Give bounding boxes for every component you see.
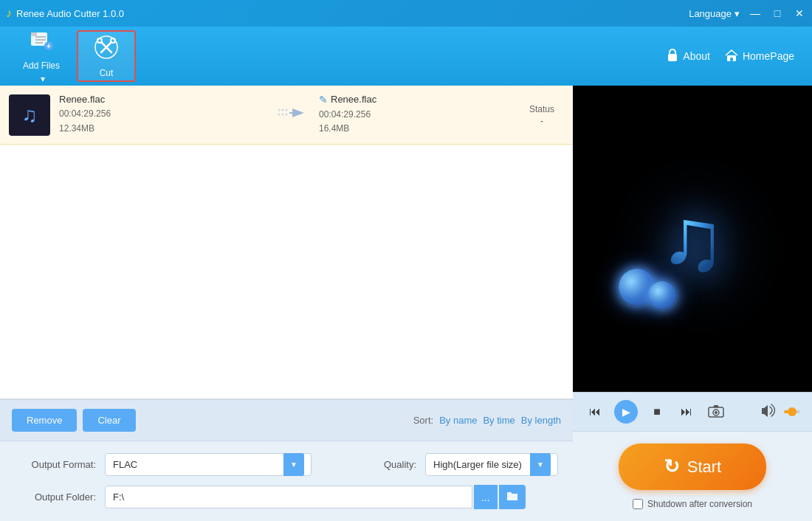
sort-section: Sort: By name By time By length [413,415,561,426]
titlebar: ♪ Renee Audio Cutter 1.0.0 Language ▾ — … [0,0,812,27]
music-glow-note-icon: ♫ [659,195,726,283]
svg-rect-12 [668,54,677,61]
format-row: Output Format: FLAC MP3 WAV AAC OGG Qual… [15,453,558,476]
folder-input[interactable] [105,486,472,508]
file-thumbnail: ♫ [9,94,50,136]
minimize-button[interactable]: — [749,7,762,20]
svg-point-18 [278,113,281,115]
format-select[interactable]: FLAC MP3 WAV AAC OGG [105,453,312,476]
svg-point-20 [286,113,288,115]
toolbar: + Add Files ▾ Cut [0,27,812,86]
output-duration: 00:04:29.256 [319,108,520,122]
stop-button[interactable]: ■ [647,401,667,422]
shutdown-label: Shutdown after conversion [647,499,752,509]
svg-point-17 [286,108,288,111]
output-filename: ✎ Renee.flac [319,94,520,106]
clear-button[interactable]: Clear [83,409,135,432]
arrow-icon [275,104,304,126]
source-filename: Renee.flac [59,94,260,105]
add-files-label: Add Files [23,61,60,71]
format-label: Output Format: [15,459,96,470]
folder-input-wrapper: ... [105,485,558,509]
svg-rect-14 [730,58,733,61]
home-icon [725,49,738,64]
volume-thumb[interactable] [788,407,796,416]
sort-by-name[interactable]: By name [439,415,477,426]
table-row: ♫ Renee.flac 00:04:29.256 12.34MB [0,86,573,145]
remove-button[interactable]: Remove [12,409,77,432]
language-label: Language [689,8,732,19]
edit-icon: ✎ [319,94,328,106]
add-files-button[interactable]: + Add Files ▾ [12,30,71,82]
rewind-button[interactable]: ⏮ [585,401,605,422]
rewind-icon: ⏮ [589,405,601,418]
forward-icon: ⏭ [681,405,692,418]
camera-icon [708,404,724,420]
format-select-wrapper: FLAC MP3 WAV AAC OGG [105,453,312,476]
svg-point-10 [97,38,102,43]
folder-browse-button[interactable]: ... [474,485,498,509]
about-link[interactable]: About [667,49,710,64]
start-label: Start [687,458,721,477]
cut-button[interactable]: Cut [77,30,136,82]
shutdown-row: Shutdown after conversion [633,499,752,509]
svg-point-19 [282,113,284,115]
settings-panel: Output Format: FLAC MP3 WAV AAC OGG Qual… [0,441,573,521]
folder-label: Output Folder: [15,491,96,503]
sort-by-length[interactable]: By length [521,415,561,426]
music-visual: ♫ [611,165,774,313]
language-dropdown-icon: ▾ [734,8,740,19]
add-files-icon: + [30,29,53,58]
app-logo-icon: ♪ [6,7,12,20]
forward-button[interactable]: ⏭ [676,401,697,422]
source-size: 12.34MB [59,122,260,136]
language-selector[interactable]: Language ▾ [689,8,740,19]
add-files-dropdown-icon: ▾ [41,74,45,84]
left-panel: ♫ Renee.flac 00:04:29.256 12.34MB [0,86,573,521]
folder-open-button[interactable] [499,485,526,509]
quality-label: Quality: [335,459,416,470]
status-label: Status [520,104,564,114]
refresh-icon: ↻ [664,455,680,478]
folder-icon [506,491,518,503]
music-note-icon: ♫ [22,103,38,127]
folder-row: Output Folder: ... [15,485,558,509]
shutdown-checkbox[interactable] [633,499,643,509]
app-title: Renee Audio Cutter 1.0.0 [16,8,689,19]
play-button[interactable]: ▶ [614,400,638,424]
cut-icon [94,35,119,65]
output-size: 16.4MB [319,122,520,136]
close-button[interactable]: ✕ [793,7,806,20]
volume-icon [760,404,775,420]
svg-point-15 [278,108,281,111]
quality-select-wrapper: High(Larger file size) Medium Low [425,453,558,476]
sort-label: Sort: [413,415,433,426]
player-controls: ⏮ ▶ ■ ⏭ [573,392,812,431]
bottom-bar: Remove Clear Sort: By name By time By le… [0,399,573,441]
source-duration: 00:04:29.256 [59,107,260,121]
stop-icon: ■ [653,405,661,418]
screenshot-button[interactable] [706,401,726,422]
lock-icon [667,49,678,64]
output-file-info: ✎ Renee.flac 00:04:29.256 16.4MB [319,94,520,136]
svg-rect-1 [31,32,37,36]
svg-point-11 [111,38,115,43]
source-file-info: Renee.flac 00:04:29.256 12.34MB [59,94,260,135]
main-container: ♫ Renee.flac 00:04:29.256 12.34MB [0,86,812,521]
file-list: ♫ Renee.flac 00:04:29.256 12.34MB [0,86,573,399]
status-column: Status - [520,104,564,126]
sort-by-time[interactable]: By time [483,415,515,426]
homepage-label: HomePage [743,50,794,62]
start-panel: ↻ Start Shutdown after conversion [573,431,812,521]
maximize-button[interactable]: □ [771,7,784,20]
svg-point-16 [282,108,284,111]
right-panel: ♫ ⏮ ▶ ■ ⏭ [573,86,812,521]
svg-point-24 [715,411,718,414]
volume-slider[interactable] [784,410,800,413]
glow-ball-2 [648,281,676,309]
homepage-link[interactable]: HomePage [725,49,794,64]
preview-area: ♫ [573,86,812,392]
start-button[interactable]: ↻ Start [619,444,766,490]
quality-select[interactable]: High(Larger file size) Medium Low [425,453,558,476]
status-value: - [520,116,564,126]
